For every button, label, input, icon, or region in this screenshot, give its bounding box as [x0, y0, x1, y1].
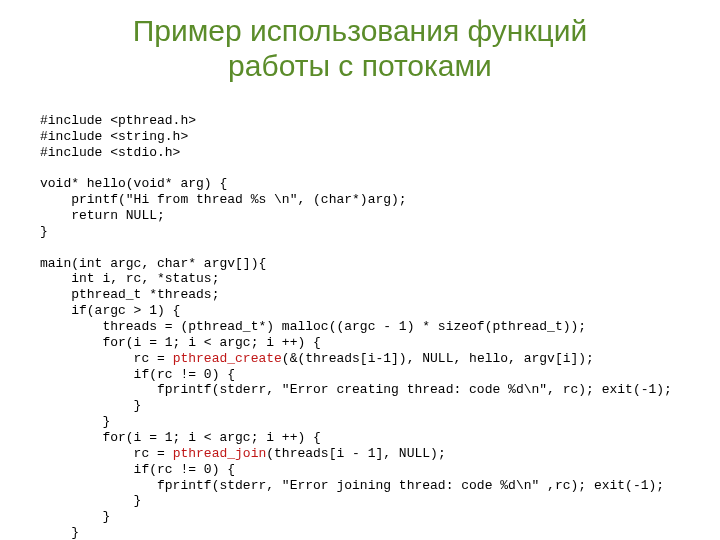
code-line: threads = (pthread_t*) malloc((argc - 1)…: [40, 319, 586, 334]
slide: Пример использования функций работы с по…: [0, 0, 720, 540]
code-line: }: [40, 525, 79, 540]
highlight-pthread-join: pthread_join: [173, 446, 267, 461]
code-line: #include <string.h>: [40, 129, 188, 144]
code-line: }: [40, 493, 141, 508]
code-line: for(i = 1; i < argc; i ++) {: [40, 335, 321, 350]
highlight-pthread-create: pthread_create: [173, 351, 282, 366]
code-line: if(argc > 1) {: [40, 303, 180, 318]
slide-title: Пример использования функций работы с по…: [40, 14, 680, 83]
code-line: #include <stdio.h>: [40, 145, 180, 160]
code-line: }: [40, 414, 110, 429]
code-line: #include <pthread.h>: [40, 113, 196, 128]
code-line: void* hello(void* arg) {: [40, 176, 227, 191]
code-line: if(rc != 0) {: [40, 367, 235, 382]
code-line: printf("Hi from thread %s \n", (char*)ar…: [40, 192, 407, 207]
code-line: }: [40, 509, 110, 524]
code-line: int i, rc, *status;: [40, 271, 219, 286]
code-line: if(rc != 0) {: [40, 462, 235, 477]
code-line: for(i = 1; i < argc; i ++) {: [40, 430, 321, 445]
code-line: main(int argc, char* argv[]){: [40, 256, 266, 271]
code-line: }: [40, 224, 48, 239]
code-line: return NULL;: [40, 208, 165, 223]
code-line: fprintf(stderr, "Error joining thread: c…: [40, 478, 664, 493]
code-line: fprintf(stderr, "Error creating thread: …: [40, 382, 672, 397]
code-line: }: [40, 398, 141, 413]
code-line: rc = pthread_create(&(threads[i-1]), NUL…: [40, 351, 594, 366]
code-line: rc = pthread_join(threads[i - 1], NULL);: [40, 446, 446, 461]
code-block: #include <pthread.h> #include <string.h>…: [40, 97, 680, 540]
code-line: pthread_t *threads;: [40, 287, 219, 302]
